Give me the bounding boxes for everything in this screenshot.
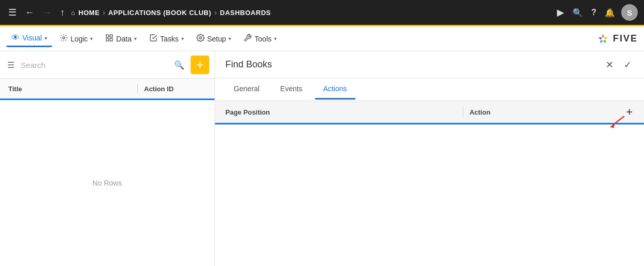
eye-icon: 👁 (11, 33, 20, 43)
avatar[interactable]: S (621, 4, 638, 21)
visual-dropdown-arrow: ▾ (45, 35, 47, 41)
breadcrumb-chevron-1: › (103, 8, 105, 17)
five-logo: FIVE (597, 33, 638, 45)
close-icon: ✕ (606, 59, 613, 71)
plus-icon: + (196, 59, 204, 71)
close-button[interactable]: ✕ (604, 57, 616, 73)
logic-icon (60, 34, 68, 44)
toolbar-item-logic[interactable]: Logic ▾ (54, 31, 98, 47)
add-button[interactable]: + (191, 55, 209, 74)
toolbar-item-tasks[interactable]: Tasks ▾ (144, 31, 189, 47)
breadcrumb-applications[interactable]: APPLICATIONS (BOOK CLUB) (108, 9, 211, 17)
help-icon: ? (591, 8, 596, 17)
svg-rect-4 (106, 38, 109, 41)
svg-rect-3 (110, 38, 113, 41)
toolbar-item-tools[interactable]: Tools ▾ (238, 31, 282, 47)
title-column-header: Title (8, 85, 131, 93)
check-icon: ✓ (624, 59, 632, 71)
secondary-toolbar: 👁 Visual ▾ Logic ▾ Data ▾ (0, 26, 644, 51)
toolbar-items: 👁 Visual ▾ Logic ▾ Data ▾ (6, 30, 282, 47)
tab-actions[interactable]: Actions (315, 79, 355, 100)
setup-dropdown-arrow: ▾ (228, 36, 231, 41)
page-position-column-header: Page Position (225, 108, 456, 116)
bell-icon: 🔔 (605, 8, 615, 18)
confirm-button[interactable]: ✓ (622, 57, 634, 73)
data-dropdown-arrow: ▾ (134, 36, 137, 41)
right-panel-header: Find Books ✕ ✓ (215, 51, 644, 78)
setup-icon (196, 34, 205, 44)
bell-button[interactable]: 🔔 (603, 6, 617, 20)
tasks-dropdown-arrow: ▾ (181, 36, 184, 41)
action-column-header: Action (469, 108, 625, 116)
right-table-header: Page Position Action + (215, 101, 644, 124)
five-logo-text: FIVE (597, 33, 638, 45)
search-icon: 🔍 (573, 8, 583, 18)
up-icon: ↑ (60, 7, 65, 18)
search-button[interactable]: 🔍 (570, 6, 585, 20)
search-bar: ☰ 🔍 + (0, 51, 214, 79)
toolbar-item-data[interactable]: Data ▾ (100, 31, 142, 47)
left-panel: ☰ 🔍 + Title Action ID No Rows (0, 51, 215, 266)
up-button[interactable]: ↑ (58, 5, 67, 20)
play-icon: ▶ (557, 7, 564, 18)
svg-line-13 (613, 116, 624, 125)
main-content: ☰ 🔍 + Title Action ID No Rows Find Books… (0, 51, 644, 266)
search-input[interactable] (21, 61, 168, 69)
forward-button[interactable]: → (40, 5, 54, 20)
filter-icon: ☰ (7, 61, 15, 69)
top-nav: ☰ ← → ↑ ⌂ HOME › APPLICATIONS (BOOK CLUB… (0, 0, 644, 25)
add-row-button[interactable]: + (625, 106, 634, 118)
logic-dropdown-arrow: ▾ (90, 36, 93, 41)
svg-rect-2 (110, 35, 113, 37)
search-magnifier-button[interactable]: 🔍 (172, 58, 187, 72)
breadcrumb: ⌂ HOME › APPLICATIONS (BOOK CLUB) › DASH… (71, 8, 271, 17)
filter-button[interactable]: ☰ (5, 58, 17, 72)
five-logo-star (597, 33, 609, 45)
breadcrumb-home[interactable]: ⌂ HOME (71, 9, 99, 17)
top-nav-left: ☰ ← → ↑ ⌂ HOME › APPLICATIONS (BOOK CLUB… (6, 5, 551, 20)
right-col-divider (463, 107, 463, 117)
menu-button[interactable]: ☰ (6, 5, 19, 20)
tab-general[interactable]: General (225, 79, 268, 100)
right-table-body (215, 124, 644, 266)
col-divider (137, 84, 138, 93)
toolbar-item-setup[interactable]: Setup ▾ (191, 31, 237, 47)
action-id-column-header: Action ID (144, 85, 206, 93)
tools-dropdown-arrow: ▾ (274, 36, 277, 41)
play-button[interactable]: ▶ (555, 5, 566, 20)
svg-point-0 (63, 37, 65, 39)
forward-icon: → (42, 7, 52, 18)
left-table-header: Title Action ID (0, 79, 214, 100)
tab-events[interactable]: Events (272, 79, 311, 100)
back-icon: ← (25, 7, 34, 18)
left-table-body: No Rows (0, 100, 214, 266)
svg-rect-1 (106, 35, 109, 37)
svg-point-5 (199, 37, 202, 39)
help-button[interactable]: ? (589, 6, 598, 19)
toolbar-item-visual[interactable]: 👁 Visual ▾ (6, 30, 52, 47)
tools-icon (244, 34, 252, 44)
tasks-icon (149, 34, 158, 44)
svg-marker-12 (602, 34, 604, 37)
magnifier-icon: 🔍 (174, 61, 184, 69)
back-button[interactable]: ← (23, 5, 36, 20)
home-icon: ⌂ (71, 9, 75, 17)
menu-icon: ☰ (8, 7, 17, 18)
no-rows-message: No Rows (93, 179, 122, 187)
tabs-bar: General Events Actions (215, 78, 644, 101)
breadcrumb-dashboards[interactable]: DASHBOARDS (220, 9, 271, 17)
panel-title: Find Books (225, 59, 272, 70)
top-nav-right: ▶ 🔍 ? 🔔 S (555, 4, 638, 21)
right-panel: Find Books ✕ ✓ General Events Actions (215, 51, 644, 266)
breadcrumb-chevron-2: › (214, 8, 217, 17)
header-actions: ✕ ✓ (604, 57, 634, 73)
grid-icon (105, 34, 113, 44)
